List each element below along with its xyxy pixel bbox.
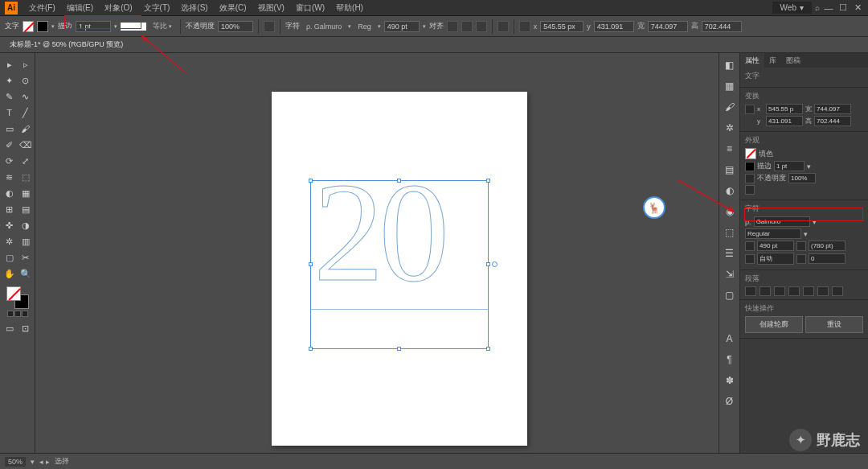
reference-point-icon[interactable] [745, 105, 755, 114]
asset-export-panel-icon[interactable]: ⇲ [723, 267, 737, 282]
shaper-tool-icon[interactable]: ✐ [2, 137, 18, 153]
pen-tool-icon[interactable]: ✎ [2, 88, 18, 105]
free-transform-tool-icon[interactable]: ⬚ [18, 169, 34, 185]
leading-field[interactable]: (780 pt) [809, 241, 845, 251]
rectangle-tool-icon[interactable]: ▭ [2, 121, 18, 137]
font-size-field[interactable]: 490 pt [757, 241, 794, 251]
reference-point-icon[interactable] [519, 21, 530, 32]
justify-right-icon[interactable] [817, 286, 829, 296]
curvature-tool-icon[interactable]: ∿ [18, 88, 34, 105]
layers-panel-icon[interactable]: ☰ [723, 246, 737, 261]
text-out-port-icon[interactable] [492, 261, 497, 267]
align-right-icon[interactable] [774, 286, 785, 296]
font-style-dropdown[interactable]: Reg [354, 22, 375, 31]
gradient-panel-icon[interactable]: ▤ [723, 163, 737, 177]
align-left-icon[interactable] [447, 21, 458, 32]
stroke-panel-icon[interactable]: ≡ [723, 142, 737, 156]
stroke-weight-field[interactable]: 1 pt [774, 161, 805, 171]
type-tool-icon[interactable]: T [2, 105, 18, 121]
zoom-field[interactable]: 50% [5, 457, 26, 467]
y-field[interactable]: 431.091 [766, 116, 803, 126]
maximize-icon[interactable]: ☐ [837, 2, 849, 13]
w-field[interactable]: 744.097 [814, 104, 851, 114]
tab-libraries[interactable]: 库 [764, 53, 781, 68]
resize-handle[interactable] [397, 347, 401, 351]
tracking-field[interactable]: 0 [809, 253, 845, 264]
tab-artboards[interactable]: 图稿 [781, 53, 805, 68]
stroke-weight-field[interactable]: 1 pt [76, 21, 111, 32]
create-outlines-button[interactable]: 创建轮廓 [745, 316, 803, 333]
fill-stroke-swatch[interactable] [6, 286, 29, 309]
gradient-tool-icon[interactable]: ▤ [18, 201, 34, 217]
justify-all-icon[interactable] [832, 286, 843, 296]
chevron-down-icon[interactable]: ▾ [51, 23, 55, 30]
kerning-field[interactable]: 自动 [757, 253, 794, 265]
effects-icon[interactable] [745, 185, 755, 195]
menu-edit[interactable]: 编辑(E) [62, 1, 98, 15]
x-field[interactable]: 545.55 p [766, 104, 803, 114]
screen-mode-icon[interactable]: ▭ [2, 320, 18, 336]
x-field[interactable]: 545.55 px [540, 21, 583, 32]
symbols-panel-icon[interactable]: ✲ [723, 121, 737, 135]
h-field[interactable]: 702.444 [702, 21, 742, 32]
edit-mode-icon[interactable]: ⊡ [18, 320, 34, 336]
eyedropper-tool-icon[interactable]: ✜ [2, 217, 18, 233]
opacity-icon[interactable] [745, 174, 755, 183]
opacity-field[interactable]: 100% [788, 173, 816, 183]
rotate-tool-icon[interactable]: ⟳ [2, 153, 18, 169]
artboards-panel-icon[interactable]: ▢ [723, 288, 737, 302]
menu-help[interactable]: 帮助(H) [331, 1, 368, 15]
width-tool-icon[interactable]: ≋ [2, 169, 18, 185]
align-center-icon[interactable] [461, 21, 473, 32]
stroke-swatch[interactable] [745, 162, 755, 171]
artboard-tool-icon[interactable]: ▢ [2, 249, 18, 265]
tab-properties[interactable]: 属性 [740, 53, 764, 68]
chevron-down-icon[interactable]: ▾ [114, 23, 117, 30]
zoom-tool-icon[interactable]: 🔍 [18, 265, 34, 282]
justify-left-icon[interactable] [788, 286, 800, 296]
direct-selection-tool-icon[interactable]: ▹ [18, 56, 34, 72]
blend-tool-icon[interactable]: ◑ [18, 217, 34, 233]
resize-handle[interactable] [309, 262, 313, 266]
symbol-sprayer-tool-icon[interactable]: ✲ [2, 233, 18, 249]
menu-effect[interactable]: 效果(C) [215, 1, 252, 15]
transform-icon[interactable] [497, 21, 509, 32]
menu-type[interactable]: 文字(T) [139, 1, 175, 15]
color-mode-icons[interactable] [7, 311, 28, 317]
slice-tool-icon[interactable]: ✂ [18, 249, 34, 265]
glyphs-panel-icon[interactable]: ✽ [723, 373, 737, 388]
menu-window[interactable]: 窗口(W) [291, 1, 330, 15]
font-family-field[interactable]: Galmuro [754, 216, 810, 227]
chevron-down-icon[interactable]: ▾ [378, 23, 381, 30]
resize-handle[interactable] [486, 347, 490, 351]
font-size-field[interactable]: 490 pt [384, 21, 420, 32]
graph-tool-icon[interactable]: ▥ [18, 233, 34, 249]
h-field[interactable]: 702.444 [814, 116, 851, 126]
resize-handle[interactable] [309, 347, 313, 351]
reset-button[interactable]: 重设 [805, 316, 863, 333]
recolor-icon[interactable] [264, 21, 275, 32]
graphic-styles-panel-icon[interactable]: ⬚ [723, 225, 737, 240]
resize-handle[interactable] [486, 179, 490, 183]
align-left-icon[interactable] [745, 286, 756, 296]
shape-builder-tool-icon[interactable]: ◐ [2, 185, 18, 201]
mesh-tool-icon[interactable]: ⊞ [2, 201, 18, 217]
chevron-down-icon[interactable]: ▾ [423, 23, 426, 30]
close-icon[interactable]: ✕ [852, 2, 863, 13]
search-icon[interactable]: ⌕ [815, 3, 820, 12]
opentype-panel-icon[interactable]: Ø [723, 394, 737, 409]
brushes-panel-icon[interactable]: 🖌 [723, 100, 737, 114]
selection-tool-icon[interactable]: ▸ [2, 56, 18, 72]
character-panel-icon[interactable]: A [723, 331, 737, 346]
hand-tool-icon[interactable]: ✋ [2, 265, 18, 282]
fill-color-swatch[interactable] [6, 286, 21, 301]
color-panel-icon[interactable]: ◧ [723, 58, 737, 72]
align-right-icon[interactable] [476, 21, 487, 32]
stroke-swatch[interactable] [37, 21, 48, 32]
font-family-dropdown[interactable]: ρ. Galmuro [303, 22, 345, 31]
scale-tool-icon[interactable]: ⤢ [18, 153, 34, 169]
document-tab[interactable]: 未标题-1* @ 50% (RGB/GPU 预览) [3, 37, 129, 52]
menu-file[interactable]: 文件(F) [24, 1, 60, 15]
resize-handle[interactable] [309, 179, 313, 183]
menu-object[interactable]: 对象(O) [100, 1, 137, 15]
